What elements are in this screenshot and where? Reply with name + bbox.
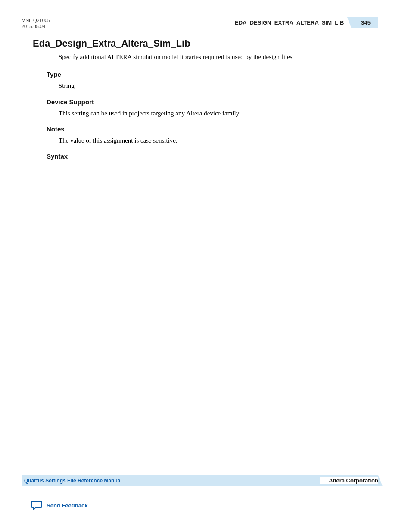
send-feedback-label: Send Feedback <box>47 502 87 509</box>
device-support-body: This setting can be used in projects tar… <box>59 109 378 118</box>
doc-date: 2015.05.04 <box>22 23 50 29</box>
content: Eda_Design_Extra_Altera_Sim_Lib Specify … <box>33 38 378 163</box>
send-feedback-link[interactable]: Send Feedback <box>31 500 87 510</box>
doc-id: MNL-Q21005 <box>22 17 50 23</box>
ref-manual-link[interactable]: Quartus Settings File Reference Manual <box>24 478 122 484</box>
running-title: EDA_DESIGN_EXTRA_ALTERA_SIM_LIB <box>235 19 344 26</box>
header-right: EDA_DESIGN_EXTRA_ALTERA_SIM_LIB 345 <box>235 17 378 28</box>
type-heading: Type <box>47 71 378 78</box>
page-number-badge: 345 <box>352 17 378 28</box>
notes-heading: Notes <box>47 125 378 133</box>
doc-id-block: MNL-Q21005 2015.05.04 <box>22 17 50 30</box>
notes-body: The value of this assignment is case sen… <box>59 136 378 145</box>
type-body: String <box>59 81 378 90</box>
footer-corporation: Altera Corporation <box>320 477 378 484</box>
page-header: MNL-Q21005 2015.05.04 EDA_DESIGN_EXTRA_A… <box>22 17 378 30</box>
syntax-heading: Syntax <box>47 152 378 160</box>
main-heading: Eda_Design_Extra_Altera_Sim_Lib <box>33 38 378 49</box>
page: MNL-Q21005 2015.05.04 EDA_DESIGN_EXTRA_A… <box>0 0 411 532</box>
comment-icon <box>31 500 42 510</box>
intro-paragraph: Specify additional ALTERA simulation mod… <box>59 53 378 61</box>
device-support-heading: Device Support <box>47 98 378 106</box>
